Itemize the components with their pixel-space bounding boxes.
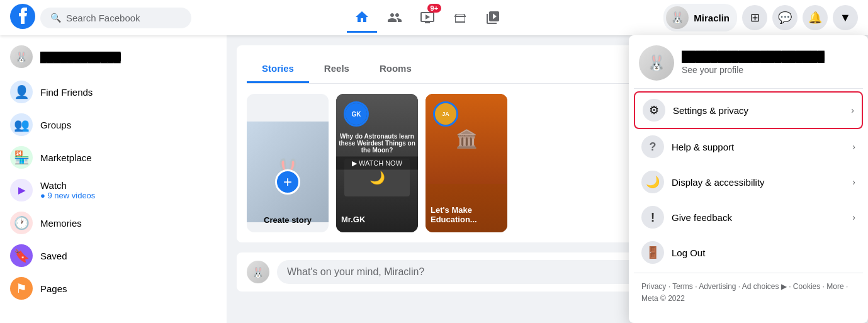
display-arrow-icon: › [852,177,855,187]
nav-center: 9+ [196,3,658,33]
dropdown-item-display[interactable]: 🌙 Display & accessibility › [634,164,863,200]
memories-icon: 🕐 [10,212,33,234]
dropdown-profile-name: ████████████████████ [682,51,825,62]
sidebar-item-saved[interactable]: 🔖 Saved [5,239,222,272]
nav-right: 🐰 Miraclin ⊞ 💬 🔔 ▼ [663,4,858,31]
sidebar-item-pages[interactable]: ⚑ Pages [5,272,222,305]
dropdown-see-profile: See your profile [682,65,825,75]
sidebar-item-memories[interactable]: 🕐 Memories [5,207,222,239]
sidebar-sublabel-watch: ● 9 new videos [40,191,95,200]
saved-icon: 🔖 [10,244,33,267]
notifications-button[interactable]: 🔔 [803,5,828,30]
marketplace-icon: 🏪 [10,146,33,169]
story-letsed-name: Let's Make Education... [431,205,502,225]
sidebar-label-groups: Groups [40,120,71,130]
sidebar-label-memories: Memories [40,218,82,229]
sidebar-avatar: 🐰 [10,45,33,68]
feedback-icon: ! [641,206,664,229]
dropdown-footer-text: Privacy · Terms · Advertising · Ad choic… [641,282,848,303]
dropdown-item-feedback[interactable]: ! Give feedback › [634,200,863,235]
dropdown-button[interactable]: ▼ [833,5,858,30]
tab-rooms[interactable]: Rooms [364,55,427,83]
watch-badge: 9+ [427,4,442,13]
dropdown-settings-label: Settings & privacy [673,105,843,116]
settings-icon: ⚙ [643,99,665,122]
pages-icon: ⚑ [10,277,33,300]
logout-icon: 🚪 [641,241,664,264]
story-mrgk[interactable]: Why do Astronauts learn these Weirdest T… [336,94,418,232]
sidebar-label-marketplace: Marketplace [40,152,92,163]
left-sidebar: 🐰 ████████████ 👤 Find Friends 👥 Groups 🏪… [0,35,227,323]
help-arrow-icon: › [852,142,855,152]
sidebar-item-find-friends[interactable]: 👤 Find Friends [5,76,222,108]
search-placeholder: Search Facebook [66,13,140,23]
nav-avatar: 🐰 [666,6,689,29]
feedback-arrow-icon: › [852,212,855,222]
facebook-logo[interactable] [10,4,35,31]
nav-user-button[interactable]: 🐰 Miraclin [663,4,737,31]
dropdown-item-help[interactable]: ? Help & support › [634,129,863,164]
dropdown-logout-label: Log Out [672,247,855,258]
dropdown-display-label: Display & accessibility [672,177,845,188]
dropdown-feedback-label: Give feedback [672,212,845,223]
search-bar[interactable]: 🔍 Search Facebook [40,8,191,28]
sidebar-item-groups[interactable]: 👥 Groups [5,108,222,141]
sidebar-user-name: ████████████ [40,52,121,62]
groups-icon: 👥 [10,113,33,136]
sidebar-label-watch: Watch [40,180,95,191]
top-navigation: 🔍 Search Facebook 9+ 🐰 Miraclin ⊞ 💬 [0,0,868,35]
create-story-plus-icon: + [275,169,300,195]
dropdown-footer: Privacy · Terms · Advertising · Ad choic… [634,276,863,310]
nav-reels-button[interactable] [478,3,508,33]
dropdown-divider-1 [634,88,863,89]
sidebar-user[interactable]: 🐰 ████████████ [5,40,222,73]
settings-arrow-icon: › [851,105,854,115]
dropdown-profile-row[interactable]: 🐰 ████████████████████ See your profile [634,40,863,86]
dropdown-item-settings[interactable]: ⚙ Settings & privacy › [634,91,863,129]
sidebar-label-saved: Saved [40,251,67,261]
post-avatar: 🐰 [247,261,269,283]
tab-stories[interactable]: Stories [247,55,309,83]
dropdown-item-logout[interactable]: 🚪 Log Out [634,235,863,270]
help-icon: ? [641,135,664,158]
nav-user-name: Miraclin [694,13,730,23]
dropdown-menu: 🐰 ████████████████████ See your profile … [629,35,868,323]
create-story-label: Create story [247,215,329,225]
find-friends-icon: 👤 [10,81,33,103]
display-icon: 🌙 [641,171,664,193]
story-mrgk-watch-label: ▶ WATCH NOW [336,157,418,170]
story-mrgk-avatar: GK [344,101,369,127]
story-letsed-avatar: JA [433,101,458,127]
sidebar-item-marketplace[interactable]: 🏪 Marketplace [5,141,222,174]
create-story-card[interactable]: 🐰 + Create story [247,94,329,232]
sidebar-label-pages: Pages [40,283,67,294]
watch-icon: ▶ [10,179,33,201]
tab-reels[interactable]: Reels [309,55,364,83]
dropdown-profile-avatar: 🐰 [639,45,674,81]
nav-home-button[interactable] [347,3,377,33]
story-mrgk-name: Mr.GK [341,215,413,225]
messenger-button[interactable]: 💬 [772,5,798,30]
dropdown-divider-2 [634,273,863,273]
dropdown-help-label: Help & support [672,142,845,152]
sidebar-item-watch[interactable]: ▶ Watch ● 9 new videos [5,174,222,207]
story-letsed[interactable]: 🏛️ JA Let's Make Education... [426,94,507,232]
search-icon: 🔍 [50,13,61,23]
sidebar-label-find-friends: Find Friends [40,87,93,98]
nav-watch-button[interactable]: 9+ [412,3,442,33]
nav-marketplace-button[interactable] [445,3,475,33]
apps-menu-button[interactable]: ⊞ [742,5,767,30]
nav-friends-button[interactable] [380,3,410,33]
